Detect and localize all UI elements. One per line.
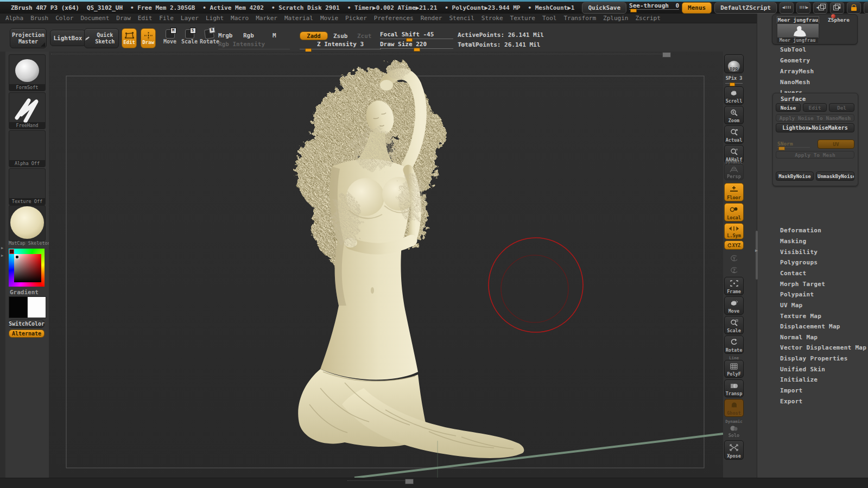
zoom-button[interactable]: Zoom <box>724 106 744 124</box>
section-import[interactable]: Import <box>780 387 803 394</box>
gradient-label[interactable]: Gradient <box>10 289 39 296</box>
alternate-button[interactable]: Alternate <box>9 329 45 338</box>
section-uv-map[interactable]: UV Map <box>780 302 803 309</box>
section-polygroups[interactable]: Polygroups <box>780 259 818 266</box>
tray-collapse-arrow[interactable]: ▶ <box>1 246 3 250</box>
panel-scrollbar[interactable] <box>756 231 758 280</box>
color-picker[interactable] <box>9 249 45 287</box>
uv-button[interactable]: UV <box>818 140 854 149</box>
zsub-button[interactable]: Zsub <box>333 33 348 40</box>
menu-light[interactable]: Light <box>206 15 224 22</box>
current-brush-thumb[interactable]: FormSoft <box>9 54 46 91</box>
section-initialize[interactable]: Initialize <box>780 376 818 383</box>
draw-mode-button[interactable]: Draw <box>141 28 156 48</box>
see-through-slider[interactable]: See-through 0 <box>629 2 679 14</box>
bottom-divider-handle[interactable] <box>405 479 414 484</box>
current-stroke-thumb[interactable]: FreeHand <box>9 92 46 129</box>
minimize-button[interactable]: ▼ <box>864 2 868 14</box>
menu-preferences[interactable]: Preferences <box>374 15 414 22</box>
section-morph-target[interactable]: Morph Target <box>780 281 825 288</box>
prev-ui-button[interactable]: ◀ǀǀǀǀ <box>780 2 794 14</box>
rotate-z-button[interactable]: Z <box>724 264 744 275</box>
shelf-canvas-divider[interactable] <box>51 54 666 54</box>
focal-shift-slider[interactable]: Focal Shift -45 <box>380 31 453 39</box>
section-display-properties[interactable]: Display Properties <box>780 355 848 362</box>
edit-mode-button[interactable]: Edit <box>122 28 137 48</box>
quick-sketch-button[interactable]: Quick Sketch <box>84 28 119 48</box>
menu-render[interactable]: Render <box>421 15 442 22</box>
rotate-view-button[interactable]: Rotate <box>724 335 744 354</box>
color-selector[interactable] <box>15 255 19 259</box>
viewport-canvas[interactable] <box>49 57 723 478</box>
menu-picker[interactable]: Picker <box>345 15 367 22</box>
menu-draw[interactable]: Draw <box>116 15 131 22</box>
bpr-button[interactable]: BPR <box>724 54 744 73</box>
solo-button[interactable]: Solo <box>724 423 744 439</box>
tool-slot-current[interactable]: Meer jungfrau <box>777 16 819 24</box>
actual-button[interactable]: Actual <box>724 125 744 144</box>
section-arraymesh[interactable]: ArrayMesh <box>780 68 814 75</box>
menu-brush[interactable]: Brush <box>30 15 48 22</box>
section-nanomesh[interactable]: NanoMesh <box>780 79 810 86</box>
noise-del-button[interactable]: Del <box>829 103 854 112</box>
section-normal-map[interactable]: Normal Map <box>780 334 818 341</box>
zadd-button[interactable]: Zadd <box>300 31 328 40</box>
section-polypaint[interactable]: Polypaint <box>780 291 814 298</box>
mask-by-noise-button[interactable]: MaskByNoise <box>776 172 814 181</box>
left-tray-divider[interactable]: ▶ ▶ <box>0 52 5 478</box>
switchcolor-button[interactable]: SwitchColor <box>9 320 45 328</box>
panel-collapse-arrow[interactable]: ▶ <box>755 248 758 253</box>
transp-button[interactable]: Transp <box>724 379 744 397</box>
viewport[interactable] <box>49 52 723 478</box>
surface-title[interactable]: Surface <box>781 96 806 103</box>
menu-marker[interactable]: Marker <box>256 15 277 22</box>
section-vector-displacement-map[interactable]: Vector Displacement Map <box>780 344 866 351</box>
menu-color[interactable]: Color <box>55 15 73 22</box>
zcut-button[interactable]: Zcut <box>357 33 372 40</box>
menu-transform[interactable]: Transform <box>563 15 596 22</box>
mrgb-button[interactable]: Mrgb <box>218 32 233 39</box>
menu-stencil[interactable]: Stencil <box>449 15 474 22</box>
rotate-y-button[interactable]: Y <box>724 252 744 263</box>
sculpt-model[interactable] <box>296 60 524 458</box>
tool-slot-zsphere[interactable]: ZSphere <box>822 17 855 23</box>
section-unified-skin[interactable]: Unified Skin <box>780 366 825 373</box>
color-sv-square[interactable] <box>14 254 41 282</box>
menu-zplugin[interactable]: Zplugin <box>603 15 628 22</box>
menu-zscript[interactable]: Zscript <box>635 15 660 22</box>
noise-edit-button[interactable]: Edit <box>803 103 827 112</box>
secondary-color-swatch[interactable] <box>27 296 46 318</box>
section-visibility[interactable]: Visibility <box>780 249 818 256</box>
bottom-tray-divider[interactable] <box>0 478 868 488</box>
xyz-button[interactable]: XYZ <box>724 240 744 250</box>
menu-alpha[interactable]: Alpha <box>5 15 23 22</box>
xpose-button[interactable]: Xpose <box>724 440 744 460</box>
section-deformation[interactable]: Deformation <box>780 227 821 234</box>
active-tool-thumbnail[interactable] <box>777 23 819 39</box>
move-mode-button[interactable]: M Move <box>161 29 179 45</box>
paste-config-button[interactable]: ▶ <box>830 2 844 14</box>
menu-tool[interactable]: Tool <box>542 15 557 22</box>
menu-macro[interactable]: Macro <box>231 15 249 22</box>
draw-size-knob[interactable] <box>414 48 420 52</box>
scale-view-button[interactable]: Scale <box>724 316 744 334</box>
apply-noise-nanomesh-button[interactable]: Apply Noise To NanoMesh <box>776 114 854 122</box>
current-texture-thumb[interactable]: Texture Off <box>9 168 46 205</box>
rotate-mode-button[interactable]: R Rotate <box>200 29 218 45</box>
z-intensity-slider[interactable]: Z Intensity 3 <box>300 41 381 49</box>
unmask-by-noise-button[interactable]: UnmaskByNoise <box>816 172 854 181</box>
noise-button[interactable]: Noise <box>776 103 801 112</box>
menu-edit[interactable]: Edit <box>138 15 153 22</box>
current-material-thumb[interactable] <box>9 205 46 241</box>
scroll-button[interactable]: Scroll <box>724 86 744 105</box>
spix-knob[interactable] <box>730 83 735 86</box>
projection-master-button[interactable]: Projection Master <box>10 28 47 48</box>
move-view-button[interactable]: Move <box>724 296 744 315</box>
section-masking[interactable]: Masking <box>780 238 806 245</box>
rgb-intensity-slider[interactable]: Rgb Intensity <box>218 41 290 49</box>
section-geometry[interactable]: Geometry <box>780 57 810 64</box>
main-color-swatch[interactable] <box>9 296 28 318</box>
snorm-slider[interactable] <box>777 147 810 148</box>
ghost-button[interactable]: Ghost <box>724 399 744 417</box>
section-displacement-map[interactable]: Displacement Map <box>780 323 840 330</box>
